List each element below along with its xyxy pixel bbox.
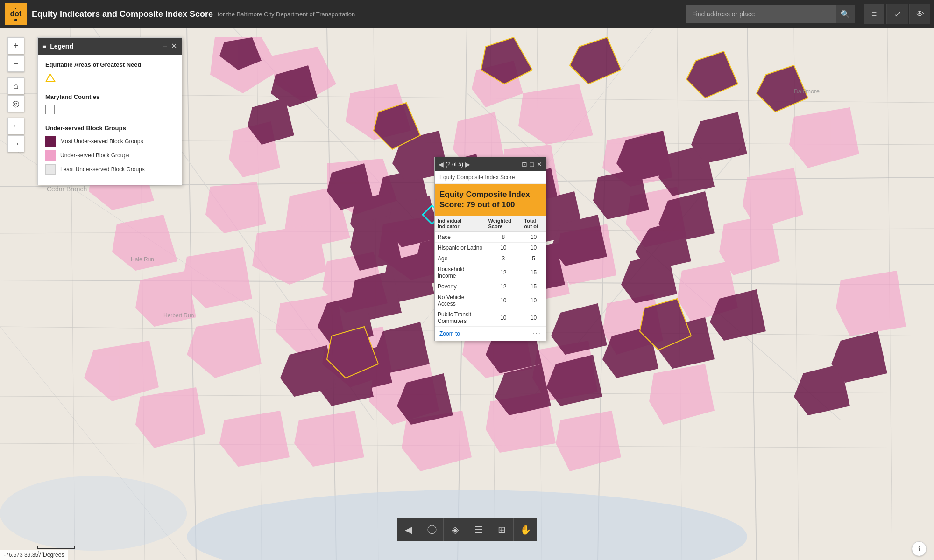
svg-marker-98 xyxy=(593,168,649,219)
popup-table-row: Age 3 5 xyxy=(435,253,546,264)
search-button[interactable]: 🔍 xyxy=(836,5,855,23)
popup-header: ◀ (2 of 5) ▶ ⊡ □ ✕ xyxy=(435,157,546,171)
legend-item-county xyxy=(45,105,174,114)
svg-marker-119 xyxy=(640,299,691,350)
svg-marker-67 xyxy=(486,392,556,453)
home-button[interactable]: ⌂ xyxy=(7,77,24,94)
popup-close-button[interactable]: ✕ xyxy=(537,161,542,168)
popup-maximize-button[interactable]: □ xyxy=(530,161,534,168)
bottom-sketch-button[interactable]: ✋ xyxy=(514,518,537,541)
svg-marker-47 xyxy=(112,215,177,271)
svg-marker-93 xyxy=(551,215,607,266)
svg-marker-61 xyxy=(677,261,738,322)
col-total: Total out of xyxy=(521,216,546,232)
zoom-out-button[interactable]: − xyxy=(7,55,24,72)
svg-marker-73 xyxy=(219,37,262,70)
zoom-in-button[interactable]: + xyxy=(7,37,24,54)
svg-marker-116 xyxy=(481,37,532,84)
indicator-cell: Hispanic or Latino xyxy=(435,243,485,253)
bottom-info-button[interactable]: ⓘ xyxy=(420,518,444,541)
popup-next-button[interactable]: ▶ xyxy=(465,161,470,168)
bottom-back-button[interactable]: ◀ xyxy=(397,518,420,541)
svg-marker-103 xyxy=(374,322,430,373)
svg-marker-120 xyxy=(686,51,738,98)
svg-marker-108 xyxy=(602,327,658,378)
popup-table-row: Hispanic or Latino 10 10 xyxy=(435,243,546,253)
logo: • dot xyxy=(5,3,27,25)
bottom-list-button[interactable]: ☰ xyxy=(467,518,490,541)
indicator-cell: No Vehicle Access xyxy=(435,292,485,309)
svg-marker-115 xyxy=(551,303,607,355)
svg-marker-63 xyxy=(743,168,803,229)
svg-marker-97 xyxy=(658,191,715,243)
svg-marker-81 xyxy=(388,196,439,247)
popup-table-row: Poverty 12 15 xyxy=(435,281,546,292)
svg-marker-101 xyxy=(691,112,747,163)
svg-marker-68 xyxy=(294,411,364,467)
back-button[interactable]: ← xyxy=(7,118,24,134)
popup-more-options[interactable]: ··· xyxy=(532,329,541,338)
equitable-areas-symbol xyxy=(45,73,56,83)
legend-header-left: ≡ Legend xyxy=(42,42,73,50)
svg-marker-38 xyxy=(322,252,388,313)
svg-line-24 xyxy=(374,28,378,560)
total-cell: 10 xyxy=(521,309,546,327)
svg-marker-102 xyxy=(341,345,392,392)
svg-marker-114 xyxy=(831,331,887,383)
forward-button[interactable]: → xyxy=(7,135,24,152)
svg-marker-121 xyxy=(757,65,808,112)
popup-table-row: No Vehicle Access 10 10 xyxy=(435,292,546,309)
legend-item-least-underserved: Least Under-served Block Groups xyxy=(45,164,174,175)
svg-marker-100 xyxy=(658,145,715,196)
svg-marker-94 xyxy=(318,294,374,345)
bottom-basemap-button[interactable]: ⊞ xyxy=(490,518,514,541)
popup-nav: ◀ (2 of 5) ▶ xyxy=(439,161,470,168)
layers-toolbar-button[interactable]: ≡ xyxy=(864,4,884,24)
scale-label: 1mi xyxy=(37,550,46,555)
total-cell: 15 xyxy=(521,281,546,292)
legend-minimize-button[interactable]: − xyxy=(163,42,167,50)
legend-body: Equitable Areas of Greatest Need Marylan… xyxy=(38,55,182,185)
bottom-layers-button[interactable]: ◈ xyxy=(444,518,467,541)
popup-zoom-to-link[interactable]: Zoom to xyxy=(439,330,460,337)
svg-marker-77 xyxy=(350,191,402,243)
fullscreen-button[interactable]: ⤢ xyxy=(887,4,908,24)
svg-line-20 xyxy=(0,443,934,448)
popup-score-banner: Equity Composite Index Score: 79 out of … xyxy=(435,184,546,216)
svg-line-29 xyxy=(887,28,892,560)
indicator-cell: Poverty xyxy=(435,281,485,292)
svg-marker-70 xyxy=(219,411,290,467)
svg-marker-109 xyxy=(658,317,715,369)
svg-marker-76 xyxy=(327,163,374,210)
legend-panel: ≡ Legend − ✕ Equitable Areas of Greatest… xyxy=(37,37,182,185)
attribution-button[interactable]: ℹ xyxy=(912,541,927,556)
popup-prev-button[interactable]: ◀ xyxy=(439,161,444,168)
logo-dot xyxy=(14,19,17,21)
app-title: Equity Indicators and Composite Index Sc… xyxy=(32,9,213,19)
locate-button[interactable]: ◎ xyxy=(7,95,24,112)
svg-marker-65 xyxy=(836,271,906,336)
most-underserved-symbol xyxy=(45,136,56,147)
svg-marker-46 xyxy=(135,271,196,327)
svg-marker-71 xyxy=(135,387,205,448)
svg-marker-111 xyxy=(318,355,374,406)
search-input[interactable] xyxy=(686,5,855,23)
svg-marker-59 xyxy=(532,341,598,401)
legend-close-button[interactable]: ✕ xyxy=(171,42,177,50)
underserved-symbol xyxy=(45,150,56,161)
total-cell: 5 xyxy=(521,253,546,264)
svg-marker-30 xyxy=(210,37,280,93)
svg-line-6 xyxy=(598,28,607,560)
weighted-cell: 3 xyxy=(485,253,521,264)
svg-marker-75 xyxy=(248,98,294,145)
svg-marker-60 xyxy=(602,294,663,355)
svg-marker-69 xyxy=(556,411,621,471)
svg-marker-33 xyxy=(229,121,280,177)
indicator-cell: Public Transit Commuters xyxy=(435,309,485,327)
svg-marker-50 xyxy=(626,187,686,247)
popup-table-row: Race 8 10 xyxy=(435,232,546,243)
popup-table-body: Race 8 10 Hispanic or Latino 10 10 Age 3… xyxy=(435,232,546,327)
svg-marker-53 xyxy=(276,294,346,355)
popup-restore-button[interactable]: ⊡ xyxy=(522,161,527,168)
eye-button[interactable]: 👁 xyxy=(910,4,930,24)
